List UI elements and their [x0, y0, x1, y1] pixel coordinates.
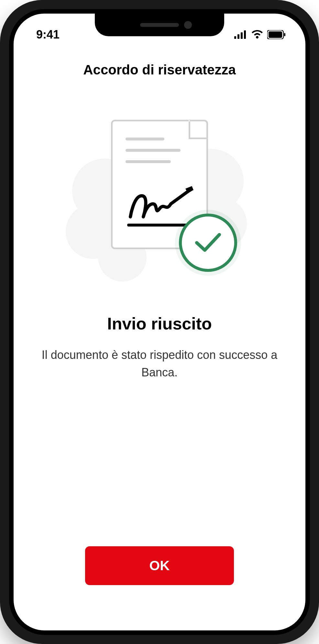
page-header: Accordo di riservatezza — [14, 49, 305, 87]
phone-inner: 9:41 — [9, 9, 310, 635]
notch-speaker — [140, 23, 179, 27]
svg-rect-3 — [244, 30, 246, 39]
svg-rect-2 — [241, 32, 243, 39]
cellular-signal-icon — [234, 30, 247, 39]
document-fold — [189, 120, 208, 139]
success-message: Il documento è stato rispedito con succe… — [33, 346, 286, 381]
notch — [95, 14, 224, 36]
status-time: 9:41 — [36, 28, 60, 41]
footer: OK — [14, 546, 305, 630]
battery-icon — [267, 30, 286, 39]
success-illustration — [79, 120, 240, 269]
svg-rect-0 — [234, 36, 236, 39]
status-icons — [234, 30, 286, 39]
svg-rect-6 — [284, 33, 285, 36]
side-button-volume-down — [0, 222, 1, 264]
success-title: Invio riuscito — [107, 314, 212, 333]
ok-button[interactable]: OK — [85, 546, 234, 585]
document-line — [126, 138, 164, 140]
success-check-icon — [179, 214, 237, 272]
svg-rect-5 — [269, 31, 282, 38]
document-line — [126, 160, 171, 163]
screen: 9:41 — [14, 14, 305, 630]
content-area: Invio riuscito Il documento è stato risp… — [14, 87, 305, 546]
side-button-mute — [0, 123, 1, 146]
wifi-icon — [251, 30, 263, 39]
side-button-volume-up — [0, 165, 1, 207]
signature-underline — [127, 224, 189, 227]
document-line — [126, 149, 181, 152]
signature-icon — [127, 186, 198, 222]
notch-camera — [184, 21, 192, 29]
phone-frame: 9:41 — [0, 0, 319, 644]
svg-rect-1 — [237, 34, 239, 39]
page-title: Accordo di riservatezza — [27, 62, 292, 78]
